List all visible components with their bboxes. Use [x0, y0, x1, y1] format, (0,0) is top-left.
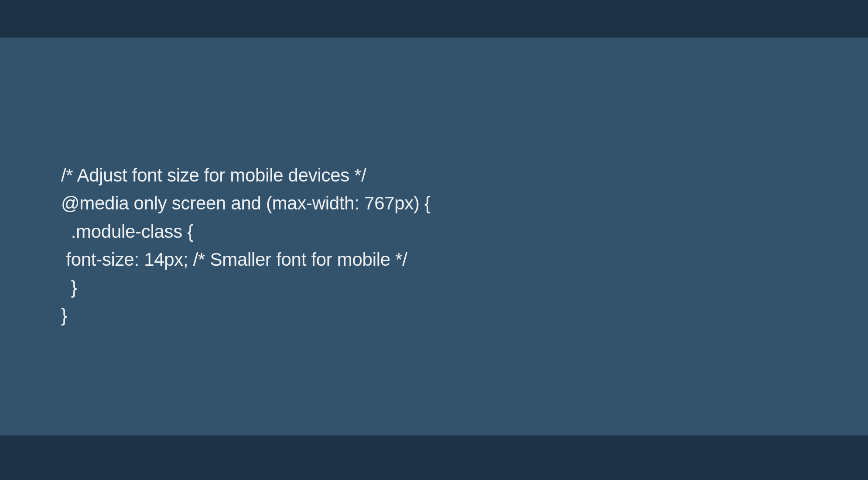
code-line: } — [61, 305, 67, 326]
code-line: } — [61, 277, 77, 298]
footer-bar — [0, 435, 868, 480]
code-line: .module-class { — [61, 221, 193, 242]
code-line: @media only screen and (max-width: 767px… — [61, 193, 431, 213]
code-line: font-size: 14px; /* Smaller font for mob… — [61, 249, 407, 270]
code-block: /* Adjust font size for mobile devices *… — [61, 161, 868, 330]
code-line: /* Adjust font size for mobile devices *… — [61, 165, 366, 185]
code-panel: /* Adjust font size for mobile devices *… — [0, 38, 868, 435]
header-bar — [0, 0, 868, 38]
